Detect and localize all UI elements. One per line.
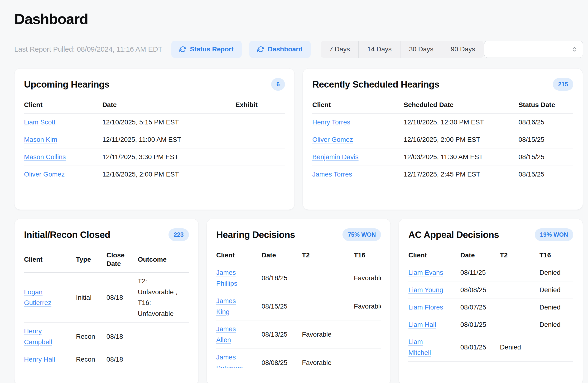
exhibit-cell [235, 148, 285, 166]
client-link[interactable]: Liam Hall [408, 319, 436, 330]
t2-cell [302, 292, 354, 320]
client-cell: Mason Kim [24, 131, 102, 148]
column-header-client: Client [312, 98, 403, 113]
client-link[interactable]: Mason Collins [24, 153, 66, 160]
range-14-days[interactable]: 14 Days [358, 41, 400, 58]
status-report-button[interactable]: Status Report [171, 41, 242, 58]
column-header-date: Date [102, 98, 235, 113]
t16-cell [354, 320, 381, 349]
bottom-cards-row: Initial/Recon Closed 223 Client Type Clo… [14, 219, 583, 383]
table-row: Liam Young 08/08/25 Denied [408, 281, 573, 298]
hearing-decisions-won-badge: 75% WON [342, 228, 381, 241]
table-row: James King 08/15/25 Favorable [216, 292, 381, 320]
client-link[interactable]: James Phillips [216, 267, 246, 289]
scheduled-date-cell: 12/16/2025, 2:00 PM EST [403, 131, 518, 148]
t2-cell [500, 298, 539, 316]
client-link[interactable]: James Allen [216, 323, 246, 345]
client-link[interactable]: Liam Scott [24, 118, 55, 126]
client-link[interactable]: Benjamin Davis [312, 153, 359, 160]
hearing-decisions-title: Hearing Decisions [216, 229, 295, 240]
exhibit-cell [235, 131, 285, 148]
type-cell: Recon [76, 351, 106, 368]
type-cell: Recon [76, 323, 106, 351]
client-link[interactable]: Henry Torres [312, 118, 350, 126]
client-cell: James Allen [216, 320, 262, 349]
select-chevrons-icon [571, 45, 578, 53]
scheduled-date-cell: 12/17/2025, 2:45 PM EST [403, 166, 518, 183]
recently-scheduled-title: Recently Scheduled Hearings [312, 79, 440, 90]
client-cell: Mason Collins [24, 148, 102, 166]
close-date-cell: 08/18 [106, 351, 138, 368]
card-body: Client Type Close Date Outcome Logan Gut… [24, 248, 189, 368]
range-90-days[interactable]: 90 Days [442, 41, 484, 58]
date-cell: 08/08/25 [261, 349, 302, 368]
ac-appeal-decisions-title: AC Appeal Decisions [408, 229, 499, 240]
client-link[interactable]: Mason Kim [24, 136, 57, 143]
client-link[interactable]: Logan Gutierrez [24, 287, 63, 309]
date-cell: 12/11/2025, 3:30 PM EST [102, 148, 235, 166]
initial-recon-count-badge: 223 [168, 228, 189, 241]
client-cell: Oliver Gomez [24, 166, 102, 183]
date-cell: 12/10/2025, 5:15 PM EST [102, 113, 235, 131]
client-link[interactable]: Liam Young [408, 285, 443, 295]
table-row: Oliver Gomez 12/16/2025, 2:00 PM EST [24, 166, 285, 183]
table-row: James Phillips 08/18/25 Favorable [216, 264, 381, 292]
table-row: Benjamin Davis 12/03/2025, 11:30 AM EST … [312, 148, 573, 166]
table-row: James Torres 12/17/2025, 2:45 PM EST 08/… [312, 166, 573, 183]
column-header-client: Client [24, 98, 102, 113]
client-link[interactable]: Oliver Gomez [312, 136, 353, 143]
card-body: Client Date T2 T16 James Phillips 08/18/… [216, 248, 381, 368]
client-link[interactable]: Henry Hall [24, 354, 55, 365]
column-header-date: Date [460, 248, 500, 264]
client-cell: James Torres [312, 166, 403, 183]
t2-cell: Denied [500, 333, 539, 361]
dashboard-refresh-button[interactable]: Dashboard [249, 41, 311, 58]
toolbar: Last Report Pulled: 08/09/2024, 11:16 AM… [14, 41, 583, 58]
t16-cell: Denied [540, 264, 573, 281]
client-link[interactable]: Henry Campbell [24, 326, 63, 348]
dashboard-refresh-label: Dashboard [268, 45, 303, 53]
card-header: Recently Scheduled Hearings 215 [312, 78, 573, 91]
range-30-days[interactable]: 30 Days [400, 41, 442, 58]
upcoming-hearings-title: Upcoming Hearings [24, 79, 109, 90]
column-header-scheduled-date: Scheduled Date [403, 98, 518, 113]
t16-cell [540, 333, 573, 361]
hearing-decisions-table: Client Date T2 T16 James Phillips 08/18/… [216, 248, 381, 368]
client-cell: James King [216, 292, 262, 320]
ac-appeal-won-badge: 19% WON [535, 228, 573, 241]
client-cell: Oliver Gomez [312, 131, 403, 148]
client-cell: Henry Torres [312, 113, 403, 131]
t16-cell: Denied [540, 316, 573, 333]
status-date-cell: 08/15/25 [518, 166, 573, 183]
table-header-row: Client Date T2 T16 [408, 248, 573, 264]
table-row: James Peterson 08/08/25 Favorable [216, 349, 381, 368]
range-7-days[interactable]: 7 Days [321, 41, 358, 58]
client-link[interactable]: Liam Evans [408, 267, 443, 278]
client-link[interactable]: James King [216, 295, 246, 317]
filter-select[interactable] [484, 41, 583, 58]
column-header-client: Client [408, 248, 460, 264]
refresh-icon [257, 46, 264, 53]
client-cell: Liam Evans [408, 264, 460, 281]
date-cell: 08/11/25 [460, 264, 500, 281]
table-row: Henry Campbell Recon 08/18 [24, 323, 189, 351]
close-date-cell: 08/18 [106, 272, 138, 323]
client-cell: Liam Scott [24, 113, 102, 131]
client-link[interactable]: Liam Flores [408, 302, 443, 313]
client-cell: Henry Campbell [24, 323, 76, 351]
table-row: Oliver Gomez 12/16/2025, 2:00 PM EST 08/… [312, 131, 573, 148]
card-body: Client Date Exhibit Liam Scott 12/10/202… [24, 98, 285, 183]
t16-cell [354, 349, 381, 368]
client-link[interactable]: Liam Mitchell [408, 336, 444, 358]
t16-cell: Favorable [354, 292, 381, 320]
client-link[interactable]: James Peterson [216, 352, 246, 368]
date-cell: 08/08/25 [460, 281, 500, 298]
column-header-date: Date [261, 248, 302, 264]
client-link[interactable]: James Torres [312, 171, 352, 178]
client-link[interactable]: Oliver Gomez [24, 171, 65, 178]
initial-recon-closed-title: Initial/Recon Closed [24, 229, 110, 240]
table-header-row: Client Scheduled Date Status Date [312, 98, 573, 113]
exhibit-cell [235, 166, 285, 183]
date-cell: 12/16/2025, 2:00 PM EST [102, 166, 235, 183]
table-row: Henry Torres 12/18/2025, 12:30 PM EST 08… [312, 113, 573, 131]
